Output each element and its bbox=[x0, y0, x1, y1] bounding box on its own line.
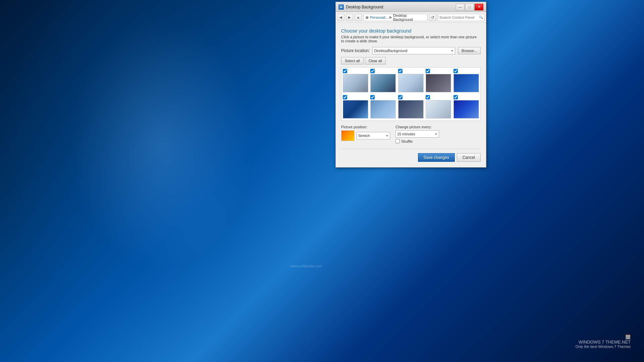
position-row: Stretch ▼ bbox=[341, 130, 390, 141]
thumbnail-checkbox-6[interactable] bbox=[343, 95, 347, 99]
change-interval-section: Change picture every: 15 minutes ▼ Shuff… bbox=[395, 125, 439, 143]
chevron-down-icon: ▼ bbox=[451, 49, 453, 52]
thumbnail-checkbox-2[interactable] bbox=[370, 69, 375, 73]
thumbnails-wrapper bbox=[341, 67, 481, 121]
thumbnail-checkbox-8[interactable] bbox=[398, 95, 402, 99]
picture-location-dropdown[interactable]: DesktopBackground ▼ bbox=[372, 47, 455, 54]
section-subtitle: Click a picture to make it your desktop … bbox=[341, 35, 481, 43]
breadcrumb: 🖥 Personali... ▶ Desktop Background bbox=[363, 14, 428, 21]
desktop-background: www.softpedia.com 🪟 WINDOWS 7 THEME.NET … bbox=[0, 0, 644, 362]
picture-position-label: Picture position: bbox=[341, 125, 390, 129]
position-dropdown[interactable]: Stretch ▼ bbox=[357, 132, 390, 139]
change-picture-label: Change picture every: bbox=[395, 125, 439, 129]
thumbnail-image-7 bbox=[370, 100, 396, 119]
softpedia-watermark: www.softpedia.com bbox=[290, 264, 322, 268]
shuffle-checkbox[interactable] bbox=[395, 139, 400, 143]
thumbnail-image-10 bbox=[453, 100, 479, 119]
thumbnail-image-8 bbox=[398, 100, 424, 119]
thumbnail-image-2 bbox=[370, 74, 396, 92]
breadcrumb-personaliz[interactable]: Personali... bbox=[370, 15, 388, 19]
picture-location-row: Picture location: DesktopBackground ▼ Br… bbox=[341, 47, 481, 54]
position-value: Stretch bbox=[358, 134, 386, 138]
shuffle-row: Shuffle bbox=[395, 139, 439, 143]
thumbnail-item-1[interactable] bbox=[343, 69, 368, 93]
thumbnails-grid bbox=[341, 67, 481, 121]
shuffle-label: Shuffle bbox=[401, 139, 413, 143]
dialog-icon: 🖥 bbox=[338, 4, 344, 10]
back-button[interactable]: ◀ bbox=[337, 14, 344, 21]
interval-dropdown[interactable]: 15 minutes ▼ bbox=[395, 130, 439, 138]
interval-row: 15 minutes ▼ bbox=[395, 130, 439, 138]
thumbnail-checkbox-7[interactable] bbox=[370, 95, 375, 99]
thumbnail-item-2[interactable] bbox=[370, 69, 396, 93]
footer-buttons: Save changes Cancel bbox=[341, 149, 481, 162]
minimize-button[interactable]: — bbox=[456, 4, 465, 10]
thumbnail-checkbox-10[interactable] bbox=[453, 95, 458, 99]
breadcrumb-separator: ▶ bbox=[389, 15, 392, 19]
thumbnail-item-6[interactable] bbox=[343, 95, 368, 119]
interval-chevron-down-icon: ▼ bbox=[435, 133, 437, 136]
thumbnail-item-9[interactable] bbox=[426, 95, 451, 119]
section-title: Choose your desktop background bbox=[341, 28, 481, 34]
thumbnail-item-4[interactable] bbox=[426, 69, 451, 93]
thumbnail-item-3[interactable] bbox=[398, 69, 424, 93]
thumbnail-checkbox-9[interactable] bbox=[426, 95, 430, 99]
desktop-background-dialog: 🖥 Desktop Background — □ ✕ ◀ ▶ ▲ 🖥 Perso… bbox=[335, 2, 486, 168]
position-preview-thumbnail bbox=[341, 130, 355, 141]
refresh-button[interactable]: ↺ bbox=[429, 14, 436, 21]
picture-location-value: DesktopBackground bbox=[374, 49, 451, 53]
thumbnail-checkbox-5[interactable] bbox=[453, 69, 458, 73]
maximize-button[interactable]: □ bbox=[465, 4, 474, 10]
bottom-settings-section: Picture position: Stretch ▼ Change pictu… bbox=[341, 125, 481, 143]
thumbnail-image-1 bbox=[343, 74, 368, 92]
thumbnail-item-7[interactable] bbox=[370, 95, 396, 119]
picture-location-label: Picture location: bbox=[341, 48, 370, 53]
position-chevron-down-icon: ▼ bbox=[386, 134, 388, 137]
cancel-button[interactable]: Cancel bbox=[457, 153, 481, 162]
thumbnail-item-8[interactable] bbox=[398, 95, 424, 119]
address-bar: ◀ ▶ ▲ 🖥 Personali... ▶ Desktop Backgroun… bbox=[336, 12, 486, 23]
breadcrumb-current: Desktop Background bbox=[393, 13, 426, 21]
search-icon: 🔍 bbox=[479, 15, 483, 19]
win7-brand: 🪟 WINDOWS 7 THEME.NET Only the best Wind… bbox=[576, 334, 631, 349]
water-splash-decoration bbox=[0, 0, 322, 362]
thumbnail-item-5[interactable] bbox=[453, 69, 479, 93]
browse-button[interactable]: Browse... bbox=[458, 47, 481, 54]
interval-value: 15 minutes bbox=[397, 132, 435, 136]
thumbnail-checkbox-4[interactable] bbox=[426, 69, 430, 73]
thumbnail-image-6 bbox=[343, 100, 368, 119]
thumbnail-item-10[interactable] bbox=[453, 95, 479, 119]
thumbnail-image-3 bbox=[398, 74, 424, 92]
dialog-title: Desktop Background bbox=[346, 5, 456, 9]
clear-all-button[interactable]: Clear all bbox=[365, 57, 386, 64]
close-button[interactable]: ✕ bbox=[475, 4, 483, 10]
picture-position-section: Picture position: Stretch ▼ bbox=[341, 125, 390, 141]
thumbnail-image-9 bbox=[426, 100, 451, 119]
thumbnail-checkbox-1[interactable] bbox=[343, 69, 347, 73]
save-changes-button[interactable]: Save changes bbox=[418, 153, 455, 162]
selection-buttons-row: Select all Clear all bbox=[341, 57, 481, 64]
search-bar[interactable]: 🔍 bbox=[438, 14, 485, 21]
thumbnail-image-4 bbox=[426, 74, 451, 92]
forward-button[interactable]: ▶ bbox=[346, 14, 353, 21]
thumbnail-image-5 bbox=[453, 74, 479, 92]
thumbnail-checkbox-3[interactable] bbox=[398, 69, 402, 73]
select-all-button[interactable]: Select all bbox=[341, 57, 364, 64]
title-bar: 🖥 Desktop Background — □ ✕ bbox=[336, 2, 486, 12]
window-controls: — □ ✕ bbox=[456, 4, 483, 10]
up-button[interactable]: ▲ bbox=[355, 14, 362, 21]
search-input[interactable] bbox=[439, 15, 479, 19]
dialog-content: Choose your desktop background Click a p… bbox=[336, 23, 486, 167]
